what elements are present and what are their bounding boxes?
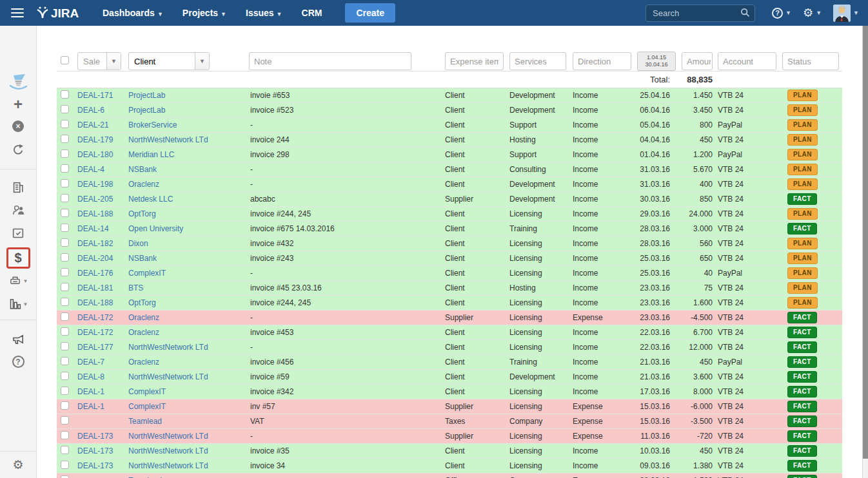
client-link[interactable]: NorthWestNetwork LTd [128,372,208,381]
table-row[interactable]: DEAL-205 Netdesk LLC abcabc Supplier Dev… [57,192,842,207]
table-row[interactable]: DEAL-4 NSBank - Client Consulting Income… [57,162,842,177]
table-row[interactable]: DEAL-1 ComplexIT invoice #342 Client Lic… [57,385,842,399]
help-icon[interactable]: ? [0,356,36,368]
client-link[interactable]: NSBank [128,165,157,174]
companies-icon[interactable] [0,180,36,195]
table-row[interactable]: DEAL-188 OptTorg invoice #244, 245 Clien… [57,207,842,222]
table-row[interactable]: DEAL-173 NorthWestNetwork LTd - Supplier… [57,429,842,444]
table-row[interactable]: DEAL-1 ComplexIT inv #57 Supplier Licens… [57,399,842,414]
deal-link[interactable]: DEAL-172 [77,328,113,337]
client-link[interactable]: NorthWestNetwork LTd [128,135,208,144]
deal-link[interactable]: DEAL-14 [77,224,109,233]
deal-link[interactable]: DEAL-1 [77,387,104,396]
table-row[interactable]: DEAL-6 ProjectLab invoice #523 Client De… [57,103,842,118]
table-row[interactable]: Teamlead VAT Taxes Company Expense 15.03… [57,414,842,429]
row-checkbox[interactable] [61,357,69,365]
row-checkbox[interactable] [61,164,69,173]
row-checkbox[interactable] [61,209,69,217]
client-link[interactable]: Oraclenz [128,180,159,189]
deal-link[interactable]: DEAL-21 [77,120,109,129]
client-link[interactable]: ComplexIT [128,387,166,396]
transactions-icon-active[interactable]: $ [0,247,36,269]
client-link[interactable]: NSBank [128,254,157,263]
client-link[interactable]: BrokerService [128,120,177,129]
client-link[interactable]: OptTorg [128,209,156,218]
contacts-icon[interactable] [0,203,36,217]
products-icon[interactable] [0,226,36,240]
row-checkbox[interactable] [61,416,69,425]
row-checkbox[interactable] [61,268,69,276]
scrollbar-thumb[interactable] [863,26,868,459]
amount-filter-input[interactable] [682,52,713,70]
announcement-icon[interactable] [0,332,36,347]
client-link[interactable]: Open University [128,224,183,233]
client-link[interactable]: OptTorg [128,298,156,307]
reports-icon[interactable]: ▼ [0,297,36,311]
export-icon[interactable]: ▼ [0,274,36,287]
table-row[interactable]: DEAL-173 NorthWestNetwork LTd invoice #3… [57,444,842,459]
settings-menu[interactable]: ⚙ ▼ [803,7,822,19]
settings-icon[interactable]: ⚙ [0,459,36,471]
deal-link[interactable]: DEAL-177 [77,343,113,352]
crm-logo-icon[interactable] [0,72,36,91]
table-row[interactable]: DEAL-176 ComplexIT - Client Licensing In… [57,266,842,281]
help-menu[interactable]: ? ▼ [772,8,791,19]
table-row[interactable]: DEAL-188 OptTorg invoice #244, 245 Clien… [57,296,842,311]
row-checkbox[interactable] [61,446,69,454]
deal-link[interactable]: DEAL-188 [77,209,113,218]
deal-link[interactable]: DEAL-176 [77,269,113,278]
row-checkbox[interactable] [61,401,69,410]
client-link[interactable]: NorthWestNetwork LTd [128,446,208,455]
deal-link[interactable]: DEAL-173 [77,432,113,441]
deal-link[interactable]: DEAL-173 [77,461,113,470]
chevron-down-icon[interactable]: ▼ [106,53,121,70]
row-checkbox[interactable] [61,327,69,336]
expense-items-filter-input[interactable] [445,52,504,70]
table-row[interactable]: DEAL-173 NorthWestNetwork LTd invoice 34… [57,459,842,473]
search-input[interactable] [646,5,755,22]
close-circle-icon[interactable]: × [0,120,36,132]
deal-link[interactable]: DEAL-1 [77,402,104,411]
deal-link[interactable]: DEAL-182 [77,239,113,248]
create-button[interactable]: Create [345,3,395,23]
jira-logo[interactable]: JIRA [35,5,86,21]
table-row[interactable]: DEAL-171 ProjectLab invoie #653 Client D… [57,88,842,103]
row-checkbox[interactable] [61,179,69,187]
row-checkbox[interactable] [61,194,69,202]
deal-link[interactable]: DEAL-180 [77,150,113,159]
row-checkbox[interactable] [61,283,69,291]
table-row[interactable]: DEAL-181 BTS invoice #45 23.03.16 Client… [57,281,842,296]
table-row[interactable]: DEAL-7 Oraclenz invoice #456 Client Trai… [57,355,842,370]
client-link[interactable]: NorthWestNetwork LTd [128,461,208,470]
deal-link[interactable]: DEAL-204 [77,254,113,263]
hamburger-menu-icon[interactable] [11,8,24,17]
table-row[interactable]: DEAL-198 Oraclenz - Client Development I… [57,177,842,192]
deal-link[interactable]: DEAL-171 [77,91,113,100]
client-link[interactable]: ProjectLab [128,91,165,100]
account-filter-input[interactable] [718,52,776,70]
sale-filter[interactable]: Sale ▼ [77,52,121,70]
row-checkbox[interactable] [61,90,69,99]
client-link[interactable]: Teamlead [128,417,162,426]
row-checkbox[interactable] [61,475,69,478]
row-checkbox[interactable] [61,298,69,306]
client-link[interactable]: ComplexIT [128,402,166,411]
chevron-down-icon[interactable]: ▼ [195,53,209,70]
row-checkbox[interactable] [61,431,69,439]
status-filter-input[interactable] [782,52,839,70]
table-row[interactable]: Teamlead - Office Company Expense 08.03.… [57,473,842,478]
row-checkbox[interactable] [61,105,69,113]
client-link[interactable]: Dixon [128,239,148,248]
row-checkbox[interactable] [61,224,69,232]
table-row[interactable]: DEAL-172 Oraclenz - Supplier Licensing E… [57,311,842,325]
note-filter-input[interactable] [249,52,411,70]
client-link[interactable]: Oraclenz [128,328,159,337]
search-icon[interactable] [740,8,750,17]
date-range-filter[interactable]: 1.04.15 30.04.16 [637,52,676,71]
deal-link[interactable]: DEAL-172 [77,313,113,322]
direction-filter-input[interactable] [573,52,631,70]
row-checkbox[interactable] [61,149,69,158]
row-checkbox[interactable] [61,312,69,321]
table-row[interactable]: DEAL-172 Oraclenz invoice #453 Client Li… [57,325,842,340]
table-row[interactable]: DEAL-14 Open University invoice #675 14.… [57,222,842,236]
